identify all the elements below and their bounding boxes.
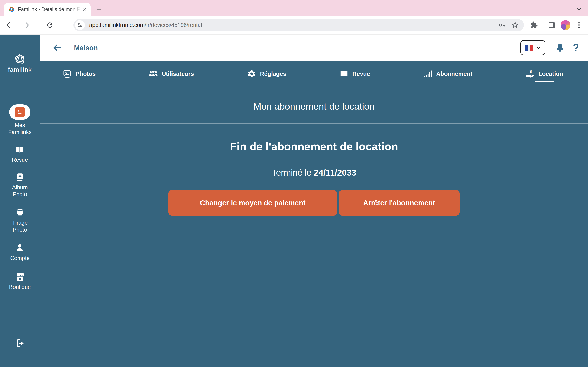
sidebar-item-label: Album Photo: [12, 184, 28, 198]
status-date: 24/11/2033: [314, 168, 356, 177]
active-pill: [9, 104, 30, 120]
logout-button[interactable]: [15, 338, 25, 348]
sidebar-item-label: Boutique: [9, 284, 31, 291]
new-tab-button[interactable]: [94, 4, 104, 14]
sidebar-item-label: Mes Familinks: [8, 122, 31, 136]
familink-app: familink Mes Familinks Revue: [0, 35, 588, 367]
photo-frame-icon: [15, 107, 25, 117]
sign-out-icon: [15, 338, 25, 348]
tab-label: Réglages: [260, 71, 286, 77]
notifications-bell-icon[interactable]: [555, 43, 565, 53]
browser-toolbar: app.familinkframe.com/fr/devices/45196/r…: [0, 16, 588, 35]
action-buttons: Changer le moyen de paiement Arrêter l'a…: [40, 190, 588, 216]
device-tabs: Photos Utilisateurs: [40, 68, 588, 80]
sidebar-item-label: Compte: [10, 255, 30, 262]
rental-page: Photos Utilisateurs: [40, 61, 588, 367]
help-button[interactable]: ?: [573, 42, 579, 54]
sidebar-item-album-photo[interactable]: Album Photo: [12, 172, 28, 198]
storefront-icon: [15, 272, 25, 282]
bookmark-star-icon[interactable]: [511, 21, 519, 29]
open-book-icon: [339, 69, 349, 78]
side-panel-icon[interactable]: [548, 21, 556, 29]
tab-label: Utilisateurs: [162, 71, 194, 77]
user-icon: [15, 243, 25, 253]
bar-chart-icon: [423, 69, 432, 78]
stop-subscription-button[interactable]: Arrêter l'abonnement: [339, 190, 459, 216]
sidebar-item-revue[interactable]: Revue: [12, 145, 28, 164]
reload-button[interactable]: [44, 19, 56, 31]
extensions-puzzle-icon[interactable]: [530, 21, 538, 29]
tab-label: Revue: [352, 71, 370, 77]
familink-frames-icon: [14, 53, 26, 65]
language-selector[interactable]: [520, 40, 545, 55]
site-controls-icon[interactable]: [75, 20, 85, 30]
tab-label: Location: [538, 71, 563, 77]
tab-reglages[interactable]: Réglages: [247, 68, 286, 80]
svg-text:$: $: [530, 69, 532, 74]
open-book-icon: [15, 145, 25, 155]
main-panel: Maison ?: [40, 35, 588, 367]
status-prefix: Terminé le: [272, 168, 311, 177]
browser-tab-strip: Familink - Détails de mon Fam: [0, 0, 588, 16]
hand-dollar-icon: $: [525, 69, 535, 78]
tab-label: Photos: [76, 71, 95, 77]
gear-icon: [247, 69, 256, 78]
section-title: Fin de l'abonnement de location: [40, 140, 588, 153]
app-header: Maison ?: [40, 35, 588, 61]
sidebar-item-compte[interactable]: Compte: [10, 243, 30, 262]
sidebar-item-label: Revue: [12, 157, 28, 164]
logo-wordmark: familink: [8, 66, 32, 73]
sidebar-item-mes-familinks[interactable]: Mes Familinks: [8, 104, 31, 136]
change-payment-method-button[interactable]: Changer le moyen de paiement: [168, 190, 337, 216]
device-title: Maison: [74, 44, 98, 52]
tab-list-chevron-icon[interactable]: [575, 4, 584, 14]
forward-button[interactable]: [20, 19, 31, 31]
album-book-icon: [15, 172, 25, 182]
browser-tab[interactable]: Familink - Détails de mon Fam: [4, 3, 91, 16]
tab-title: Familink - Détails de mon Fam: [18, 6, 82, 12]
url-text: app.familinkframe.com/fr/devices/45196/r…: [89, 22, 202, 28]
tab-close-icon[interactable]: [82, 6, 88, 12]
tab-abonnement[interactable]: Abonnement: [423, 68, 472, 80]
back-arrow-icon[interactable]: [52, 42, 62, 53]
familink-logo: familink: [8, 53, 32, 73]
sidebar-item-boutique[interactable]: Boutique: [9, 272, 31, 291]
page-title: Mon abonnement de location: [40, 101, 588, 112]
sidebar: familink Mes Familinks Revue: [0, 35, 40, 367]
subscription-end-status: Terminé le24/11/2033: [40, 168, 588, 178]
divider: [182, 162, 446, 162]
url-bar[interactable]: app.familinkframe.com/fr/devices/45196/r…: [73, 19, 524, 31]
browser-menu-kebab-icon[interactable]: [575, 21, 583, 29]
url-domain: app.familinkframe.com: [89, 22, 145, 28]
divider: [40, 123, 588, 124]
browser-window: Familink - Détails de mon Fam: [0, 0, 588, 367]
sidebar-item-label: Tirage Photo: [12, 220, 28, 234]
tab-location[interactable]: $ Location: [525, 68, 563, 80]
tab-utilisateurs[interactable]: Utilisateurs: [149, 68, 194, 80]
french-flag-icon: [525, 44, 533, 51]
tab-label: Abonnement: [436, 71, 472, 77]
printer-icon: [15, 208, 25, 217]
tab-revue[interactable]: Revue: [339, 68, 370, 80]
chevron-down-icon: [536, 45, 541, 50]
users-icon: [149, 69, 158, 78]
tab-photos[interactable]: Photos: [62, 68, 95, 80]
sidebar-item-tirage-photo[interactable]: Tirage Photo: [12, 208, 28, 234]
url-path: /fr/devices/45196/rental: [145, 22, 202, 28]
password-key-icon[interactable]: [498, 21, 506, 29]
photos-icon: [62, 69, 72, 78]
back-button[interactable]: [4, 19, 16, 31]
toolbar-separator: [543, 21, 543, 29]
profile-avatar[interactable]: [561, 20, 571, 30]
familink-favicon-icon: [8, 6, 15, 13]
